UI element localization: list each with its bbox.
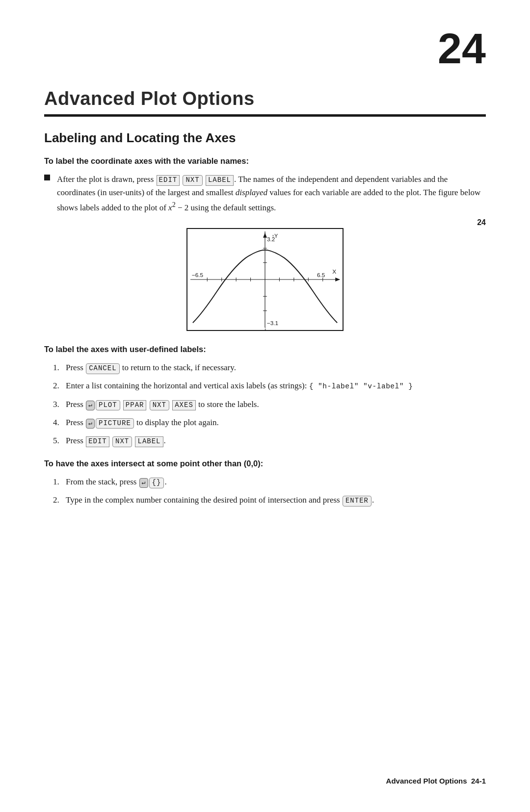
item-num-2: 2. bbox=[53, 379, 66, 392]
list-item-5: 5. Press EDIT NXT LABEL. bbox=[53, 434, 486, 447]
list-item-3: 3. Press ↵PLOT PPAR NXT AXES to store th… bbox=[53, 398, 486, 411]
key-ppar: PPAR bbox=[123, 400, 147, 411]
item-text-3: Press ↵PLOT PPAR NXT AXES to store the l… bbox=[66, 398, 486, 411]
key-arrow-2: ↵ bbox=[86, 419, 95, 429]
svg-marker-21 bbox=[263, 233, 267, 238]
section-user-labels: To label the axes with user-defined labe… bbox=[44, 345, 486, 447]
word-displayed: displayed bbox=[236, 188, 267, 197]
chapter-title: Advanced Plot Options bbox=[44, 88, 486, 109]
graph-box: 3.2 ↑Y −6.5 6.5 X −3.1 ↓ bbox=[186, 228, 344, 331]
svg-text:6.5: 6.5 bbox=[317, 272, 325, 278]
figure-container: 3.2 ↑Y −6.5 6.5 X −3.1 ↓ bbox=[44, 228, 486, 331]
key-nxt-3: NXT bbox=[112, 436, 132, 447]
bullet-square bbox=[44, 175, 50, 180]
intersect-num-1: 1. bbox=[53, 475, 66, 488]
item-num-3: 3. bbox=[53, 398, 66, 411]
code-list: { "h-label" "v-label" } bbox=[309, 382, 413, 390]
intersect-item-1: 1. From the stack, press ↵{}. bbox=[53, 475, 486, 488]
key-label: LABEL bbox=[206, 175, 234, 186]
svg-text:X: X bbox=[332, 268, 336, 275]
title-rule bbox=[44, 114, 486, 117]
item-text-4: Press ↵PICTURE to display the plot again… bbox=[66, 416, 486, 429]
sub-heading-intersect: To have the axes intersect at some point… bbox=[44, 459, 486, 468]
key-enter: ENTER bbox=[343, 496, 371, 507]
numbered-list-user-labels: 1. Press CANCEL to return to the stack, … bbox=[53, 361, 486, 447]
key-axes: AXES bbox=[172, 400, 196, 411]
key-edit-2: EDIT bbox=[86, 436, 109, 447]
intersect-num-2: 2. bbox=[53, 493, 66, 507]
intersect-item-2: 2. Type in the complex number containing… bbox=[53, 493, 486, 507]
svg-text:↑Y: ↑Y bbox=[272, 233, 278, 239]
item-text-2: Enter a list containing the horizontal a… bbox=[66, 379, 486, 392]
list-item-1: 1. Press CANCEL to return to the stack, … bbox=[53, 361, 486, 374]
item-num-4: 4. bbox=[53, 416, 66, 429]
intersect-text-1: From the stack, press ↵{}. bbox=[66, 475, 486, 488]
key-edit: EDIT bbox=[157, 175, 180, 186]
section-heading-1: Labeling and Locating the Axes bbox=[44, 130, 486, 146]
key-nxt-2: NXT bbox=[150, 400, 169, 411]
key-picture: PICTURE bbox=[96, 418, 134, 429]
intersect-text-2: Type in the complex number containing th… bbox=[66, 493, 486, 507]
key-nxt: NXT bbox=[183, 175, 202, 186]
sub-heading-user-labels: To label the axes with user-defined labe… bbox=[44, 345, 486, 354]
footer-title: Advanced Plot Options bbox=[386, 777, 467, 785]
key-plot: PLOT bbox=[96, 400, 120, 411]
svg-text:−3.1: −3.1 bbox=[267, 320, 278, 326]
svg-text:↓: ↓ bbox=[264, 325, 266, 330]
list-item-2: 2. Enter a list containing the horizonta… bbox=[53, 379, 486, 392]
key-label-2: LABEL bbox=[135, 436, 163, 447]
item-num-5: 5. bbox=[53, 434, 66, 447]
svg-marker-22 bbox=[335, 278, 340, 281]
page: 24 Advanced Plot Options Labeling and Lo… bbox=[0, 0, 530, 812]
key-arrow-1: ↵ bbox=[86, 401, 95, 410]
graph-svg: 3.2 ↑Y −6.5 6.5 X −3.1 ↓ bbox=[187, 229, 343, 330]
item-text-5: Press EDIT NXT LABEL. bbox=[66, 434, 486, 447]
list-item-4: 4. Press ↵PICTURE to display the plot ag… bbox=[53, 416, 486, 429]
item-num-1: 1. bbox=[53, 361, 66, 374]
numbered-list-intersect: 1. From the stack, press ↵{}. 2. Type in… bbox=[53, 475, 486, 507]
side-page-number: 24 bbox=[477, 217, 486, 229]
bullet-item-1: After the plot is drawn, press EDIT NXT … bbox=[44, 173, 486, 214]
key-cancel: CANCEL bbox=[86, 363, 119, 374]
bullet-text-1: After the plot is drawn, press EDIT NXT … bbox=[57, 173, 486, 214]
sub-heading-label-variable: To label the coordinate axes with the va… bbox=[44, 156, 486, 166]
section-intersect: To have the axes intersect at some point… bbox=[44, 459, 486, 507]
svg-text:−6.5: −6.5 bbox=[192, 272, 204, 278]
key-arrow-3: ↵ bbox=[139, 478, 148, 488]
footer: Advanced Plot Options 24-1 bbox=[386, 777, 486, 785]
footer-page: 24-1 bbox=[471, 777, 486, 785]
item-text-1: Press CANCEL to return to the stack, if … bbox=[66, 361, 486, 374]
chapter-number: 24 bbox=[438, 27, 486, 70]
key-brace: {} bbox=[149, 478, 164, 488]
